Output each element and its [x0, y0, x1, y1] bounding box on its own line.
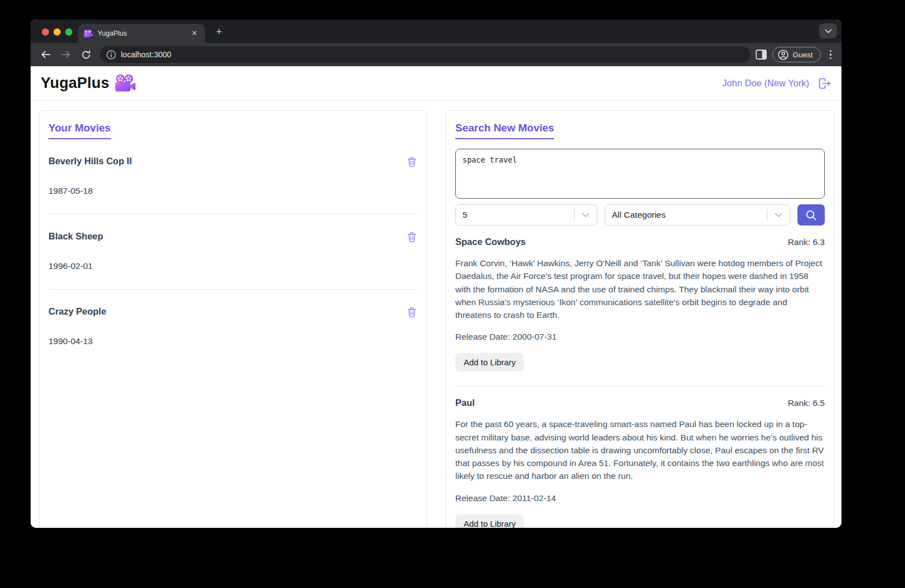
list-item: Black Sheep 1996-02-01 [48, 231, 418, 290]
add-to-library-button[interactable]: Add to Library [455, 514, 524, 528]
result-title: Space Cowboys [455, 237, 526, 247]
forward-arrow-icon [61, 50, 71, 59]
tab-title: YugaPlus [98, 30, 189, 37]
logout-icon[interactable] [817, 76, 831, 91]
favicon-movie-camera-icon [84, 30, 93, 38]
reload-button[interactable] [77, 46, 94, 63]
guest-avatar-icon [778, 50, 789, 60]
site-info-icon[interactable] [106, 50, 116, 60]
back-button[interactable] [37, 46, 54, 63]
result-rank: Rank: 6.5 [788, 398, 825, 408]
result-limit-value: 5 [463, 210, 468, 220]
side-panel-icon[interactable] [756, 50, 767, 60]
new-tab-button[interactable]: + [212, 24, 226, 39]
user-name-link[interactable]: John Doe (New York) [722, 78, 809, 89]
tab-strip: YugaPlus ✕ + [31, 19, 841, 43]
list-item: Beverly Hills Cop II 1987-05-18 [48, 156, 418, 214]
result-description: Frank Corvin, ‘Hawk’ Hawkins, Jerry O'Ne… [455, 257, 825, 321]
browser-menu-button[interactable] [826, 50, 835, 60]
delete-movie-trash-icon[interactable] [406, 231, 418, 243]
list-item: Crazy People 1990-04-13 [48, 306, 418, 346]
result-rank: Rank: 6.3 [788, 237, 825, 247]
main-content: Your Movies Beverly Hills Cop II 1987-05… [31, 101, 841, 528]
app-title: YugaPlus [41, 75, 109, 92]
add-to-library-button[interactable]: Add to Library [455, 353, 524, 371]
movie-title: Black Sheep [48, 231, 103, 242]
movie-release-date: 1996-02-01 [48, 261, 418, 271]
movie-camera-logo-icon [114, 74, 137, 92]
address-bar[interactable]: localhost:3000 [100, 46, 750, 63]
movie-title: Crazy People [48, 306, 106, 317]
search-result: Paul Rank: 6.5 For the past 60 years, a … [455, 398, 825, 528]
search-icon [805, 209, 817, 221]
result-title: Paul [455, 398, 475, 408]
reload-icon [81, 50, 91, 60]
close-window-button[interactable] [42, 28, 49, 36]
window-controls [42, 28, 72, 36]
app-header: YugaPlus John Do [31, 66, 841, 101]
delete-movie-trash-icon[interactable] [406, 306, 418, 318]
minimize-window-button[interactable] [53, 28, 61, 36]
result-release-date: Release Date: 2000-07-31 [455, 332, 825, 342]
search-movies-title: Search New Movies [455, 122, 554, 139]
profile-label: Guest [792, 51, 812, 59]
chevron-down-icon [775, 213, 782, 218]
movie-release-date: 1990-04-13 [48, 336, 418, 346]
url-text: localhost:3000 [121, 50, 171, 59]
divider [48, 289, 418, 290]
browser-window: YugaPlus ✕ + [31, 19, 841, 528]
tab-search-chevron-button[interactable] [819, 23, 837, 38]
search-button[interactable] [797, 204, 825, 226]
movie-title: Beverly Hills Cop II [48, 156, 132, 166]
result-description: For the past 60 years, a space-traveling… [455, 418, 825, 482]
result-limit-select[interactable]: 5 [455, 204, 597, 226]
category-value: All Categories [612, 210, 666, 220]
tab-close-icon[interactable]: ✕ [189, 28, 200, 38]
brand: YugaPlus [41, 74, 137, 92]
app-page: YugaPlus John Do [31, 66, 841, 528]
your-movies-panel: Your Movies Beverly Hills Cop II 1987-05… [39, 110, 427, 528]
browser-toolbar: localhost:3000 Guest [31, 43, 841, 66]
chevron-down-icon [825, 29, 832, 33]
browser-tab[interactable]: YugaPlus ✕ [78, 24, 205, 43]
chevron-down-icon [582, 213, 590, 218]
your-movies-title: Your Movies [48, 122, 111, 139]
search-query-input[interactable]: space travel [455, 149, 825, 199]
divider [455, 386, 825, 386]
forward-button[interactable] [57, 46, 74, 63]
delete-movie-trash-icon[interactable] [406, 156, 418, 168]
profile-button[interactable]: Guest [772, 47, 820, 62]
search-movies-panel: Search New Movies space travel 5 [446, 110, 834, 528]
category-select[interactable]: All Categories [605, 204, 790, 226]
movie-release-date: 1987-05-18 [48, 186, 418, 196]
divider [48, 214, 418, 214]
search-result: Space Cowboys Rank: 6.3 Frank Corvin, ‘H… [455, 237, 825, 386]
zoom-window-button[interactable] [65, 28, 72, 36]
result-release-date: Release Date: 2011-02-14 [455, 493, 825, 503]
back-arrow-icon [41, 50, 51, 59]
